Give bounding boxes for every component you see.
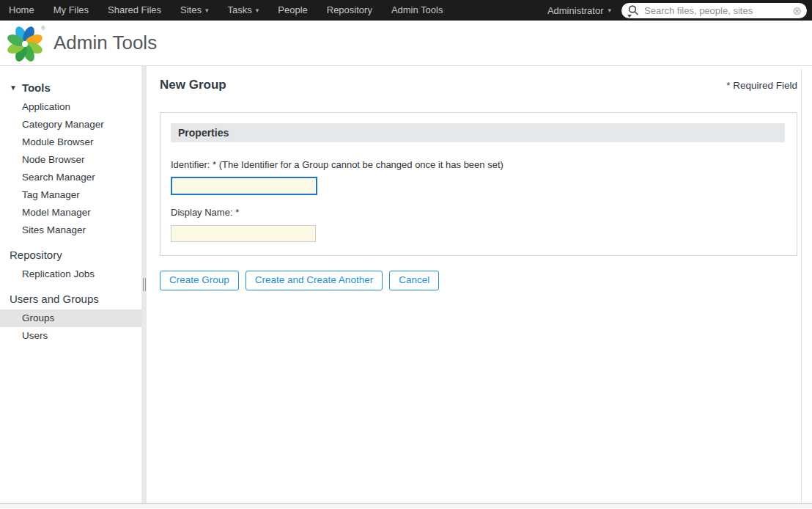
caret-down-icon: ▾ <box>608 7 611 14</box>
sidebar-item-search-manager[interactable]: Search Manager <box>0 169 141 186</box>
display-name-input[interactable] <box>171 225 316 242</box>
form-title: New Group <box>160 78 226 92</box>
content-area: ▼ Tools Application Category Manager Mod… <box>0 66 812 503</box>
tools-sidebar: ▼ Tools Application Category Manager Mod… <box>0 66 141 503</box>
nav-admin-tools[interactable]: Admin Tools <box>382 0 453 21</box>
sidebar-item-module-browser[interactable]: Module Browser <box>0 133 141 151</box>
right-gutter-line <box>801 69 802 503</box>
search-options-caret-icon <box>627 15 632 18</box>
sidebar-resize-handle[interactable] <box>141 66 147 503</box>
sidebar-section-repository: Repository Replication Jobs <box>0 249 141 283</box>
sidebar-item-application[interactable]: Application <box>0 98 141 116</box>
page-header: ® Admin Tools <box>0 21 812 66</box>
cancel-button[interactable]: Cancel <box>389 271 439 290</box>
new-group-form: New Group * Required Field Properties Id… <box>147 66 812 503</box>
collapse-triangle-icon[interactable]: ▼ <box>10 84 17 92</box>
search-input[interactable] <box>639 5 792 16</box>
form-buttons: Create Group Create and Create Another C… <box>160 271 797 290</box>
nav-sites[interactable]: Sites▾ <box>171 0 218 21</box>
alfresco-logo: ® <box>6 24 44 62</box>
required-field-note: * Required Field <box>726 80 797 91</box>
sidebar-item-category-manager[interactable]: Category Manager <box>0 116 141 133</box>
nav-repository[interactable]: Repository <box>317 0 382 21</box>
sidebar-item-groups[interactable]: Groups <box>0 310 141 327</box>
sidebar-header-tools[interactable]: ▼ Tools <box>0 81 141 94</box>
identifier-label: Identifier: * (The Identifier for a Grou… <box>171 159 785 170</box>
create-and-create-another-button[interactable]: Create and Create Another <box>246 271 383 290</box>
identifier-input[interactable] <box>171 177 317 195</box>
create-group-button[interactable]: Create Group <box>160 271 239 290</box>
sidebar-item-tag-manager[interactable]: Tag Manager <box>0 186 141 204</box>
display-name-label: Display Name: * <box>171 207 785 218</box>
nav-shared-files[interactable]: Shared Files <box>98 0 171 21</box>
nav-tasks[interactable]: Tasks▾ <box>218 0 269 21</box>
properties-panel: Properties Identifier: * (The Identifier… <box>160 112 797 256</box>
caret-down-icon: ▾ <box>205 7 209 14</box>
footer-strip <box>0 503 812 508</box>
page-title: Admin Tools <box>53 32 157 54</box>
sidebar-section-tools: ▼ Tools Application Category Manager Mod… <box>0 81 141 239</box>
sidebar-item-node-browser[interactable]: Node Browser <box>0 151 141 169</box>
sidebar-header-repository[interactable]: Repository <box>0 249 141 261</box>
nav-home[interactable]: Home <box>0 0 44 21</box>
caret-down-icon: ▾ <box>256 7 259 14</box>
global-search-box[interactable]: ⊗ <box>621 3 807 18</box>
properties-panel-header: Properties <box>171 123 785 142</box>
nav-my-files[interactable]: My Files <box>44 0 98 21</box>
sidebar-item-sites-manager[interactable]: Sites Manager <box>0 221 141 239</box>
resize-grip-icon <box>143 278 146 291</box>
sidebar-section-users-and-groups: Users and Groups Groups Users <box>0 293 141 345</box>
top-navigation-bar: Home My Files Shared Files Sites▾ Tasks▾… <box>0 0 812 21</box>
nav-people[interactable]: People <box>268 0 317 21</box>
sidebar-item-model-manager[interactable]: Model Manager <box>0 204 141 221</box>
user-menu-administrator[interactable]: Administrator ▾ <box>542 5 621 16</box>
sidebar-item-replication-jobs[interactable]: Replication Jobs <box>0 266 141 283</box>
clear-search-icon[interactable]: ⊗ <box>792 5 802 16</box>
sidebar-header-users-and-groups[interactable]: Users and Groups <box>0 293 141 305</box>
registered-trademark: ® <box>41 25 45 32</box>
sidebar-item-users[interactable]: Users <box>0 327 141 345</box>
search-icon[interactable] <box>627 4 639 16</box>
